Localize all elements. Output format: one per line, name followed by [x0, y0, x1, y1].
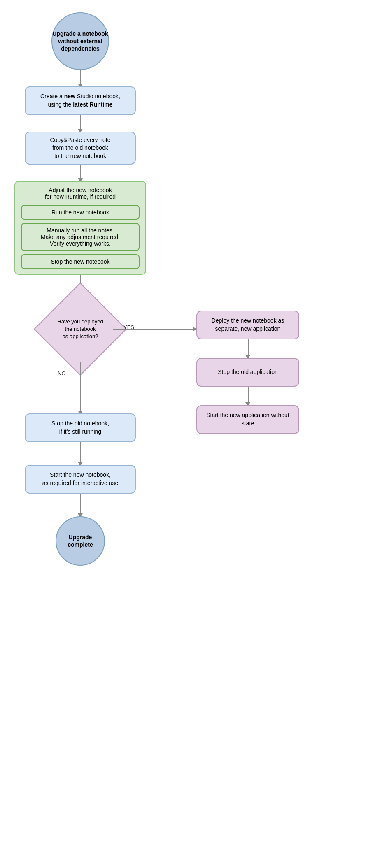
no-label: NO [58, 370, 66, 376]
manual-run-node: Manually run all the notes.Make any adju… [21, 223, 140, 251]
diamond-text: Have you deployedthe notebookas applicat… [47, 296, 113, 362]
flowchart-diagram: Upgrade a notebook without external depe… [0, 0, 382, 868]
step2-node: Copy&Paste every notefrom the old notebo… [25, 132, 136, 165]
end-node: Upgradecomplete [56, 516, 105, 566]
green-title: Adjust the new notebookfor new Runtime, … [45, 187, 116, 200]
run-notebook-node: Run the new notebook [21, 205, 140, 220]
right1-node: Deploy the new notebook as separate, new… [196, 311, 299, 339]
start-node: Upgrade a notebook without external depe… [51, 12, 109, 70]
diamond-container: Have you deployedthe notebookas applicat… [47, 296, 113, 362]
right2-node: Stop the old application [196, 358, 299, 387]
step3-node: Stop the old notebook,if it's still runn… [25, 413, 136, 442]
right3-node: Start the new application without state [196, 405, 299, 434]
green-container: Adjust the new notebookfor new Runtime, … [14, 181, 146, 275]
step4-node: Start the new notebook,as required for i… [25, 465, 136, 494]
step1-node: Create a new Studio notebook,using the l… [25, 86, 136, 115]
stop-notebook-node: Stop the new notebook [21, 254, 140, 269]
